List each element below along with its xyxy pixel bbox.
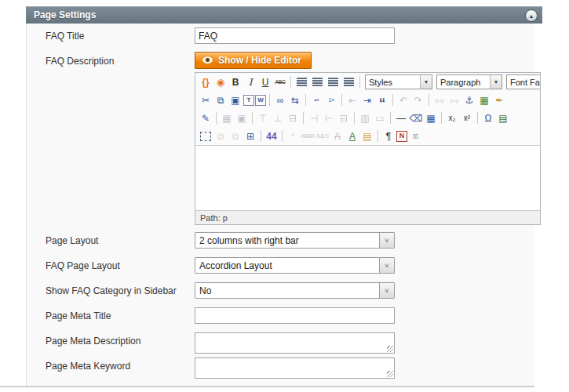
toolbar-separator [477, 112, 478, 124]
collapse-panel-button[interactable]: ▲ [525, 9, 538, 22]
page-meta-keyword-label: Page Meta Keyword [46, 361, 130, 372]
strikethrough-icon[interactable]: ABC [273, 75, 287, 89]
resize-grip-icon[interactable] [387, 346, 393, 352]
toolbar-separator [261, 130, 261, 142]
copy-icon[interactable]: ⧉ [213, 93, 228, 107]
chevron-down-icon: ˅ [379, 233, 394, 248]
outdent-icon: ⇤ [345, 93, 359, 107]
editor-toolbar-row-2: ✂⧉▣TW∞⇆•≡1≡⇤⇥“↶↷⧟⧟⚓▦✒ [195, 91, 540, 109]
subscript-icon[interactable]: x₂ [445, 111, 459, 125]
non-breaking-space-icon[interactable]: N [396, 131, 407, 142]
anchor-icon[interactable]: ⚓ [462, 93, 476, 107]
toolbar-separator [290, 76, 291, 88]
cleanup-code-icon[interactable]: ✒ [492, 93, 506, 107]
visual-guidelines-icon[interactable]: ▦ [424, 111, 438, 125]
insert-image-icon[interactable]: ▦ [477, 93, 491, 107]
panel-body: FAQ Title FAQ Description Show / Hide Ed… [26, 24, 534, 386]
find-replace-icon[interactable]: ⇆ [288, 93, 302, 107]
align-left-icon[interactable] [297, 78, 307, 86]
resize-grip-icon[interactable] [387, 371, 393, 377]
show-hide-editor-button[interactable]: Show / Hide Editor [195, 52, 312, 69]
editor-toolbar-row-4: ⧉⧉⊞44“”ABBRA.B.CAA▤¶N▯▯ [195, 127, 540, 145]
remove-formatting-icon[interactable]: ⌫ [409, 111, 423, 125]
bring-forward-icon: ⧉ [213, 129, 228, 143]
insert-row-after-icon: ⊥ [271, 111, 285, 125]
underline-icon[interactable]: U [258, 75, 272, 89]
insert-variable-icon[interactable]: ◉ [213, 75, 228, 89]
chevron-down-icon: ▾ [420, 75, 432, 89]
paste-from-word-icon[interactable]: W [255, 95, 266, 106]
panel-title: Page Settings [26, 7, 96, 24]
send-backward-icon: ⧉ [228, 129, 243, 143]
inserted-text-icon[interactable]: A [345, 129, 359, 143]
cut-icon[interactable]: ✂ [199, 93, 213, 107]
page-layout-label: Page Layout [46, 235, 98, 246]
italic-icon[interactable]: I [243, 75, 257, 89]
style-properties-icon[interactable]: 44 [264, 129, 279, 143]
toolbar-separator [441, 112, 442, 124]
indent-icon[interactable]: ⇥ [360, 93, 374, 107]
paragraph-select[interactable]: Paragraph▾ [436, 74, 502, 89]
blockquote-icon[interactable]: “ [375, 91, 389, 109]
chevron-up-icon: ▲ [529, 13, 534, 19]
faq-description-label: FAQ Description [46, 56, 114, 67]
bold-icon[interactable]: B [228, 75, 243, 89]
numbered-list-icon[interactable]: 1≡ [324, 93, 338, 107]
split-cells-icon: ▥ [358, 111, 372, 125]
toolbar-separator [282, 130, 283, 142]
insert-media-icon[interactable]: ▤ [496, 111, 510, 125]
find-icon[interactable]: ∞ [273, 93, 287, 107]
styles-select-label: Styles [366, 78, 420, 87]
horizontal-rule-icon[interactable]: — [394, 111, 408, 125]
superscript-icon[interactable]: x² [460, 111, 474, 125]
page-layout-value: 2 columns with right bar [195, 235, 379, 246]
insert-table-icon: ▦ [220, 111, 234, 125]
paste-icon[interactable]: ▣ [228, 93, 243, 107]
delete-column-icon: ⊟ [337, 111, 351, 125]
page-meta-keyword-wrap [195, 358, 395, 379]
toolbar-separator [392, 94, 393, 106]
toolbar-separator [216, 112, 217, 124]
toolbar-separator [341, 94, 342, 106]
remove-link-icon: ⧟ [447, 93, 461, 107]
bullet-list-icon[interactable]: •≡ [309, 93, 323, 107]
page-meta-title-input[interactable] [195, 307, 395, 324]
page-break-icon[interactable]: ▯▯ [408, 129, 422, 143]
wysiwyg-editor: {}◉BIUABCStyles▾Paragraph▾Font Fam ✂⧉▣TW… [195, 72, 541, 225]
insert-attributes-icon[interactable]: ▤ [360, 129, 374, 143]
align-right-icon[interactable] [328, 78, 338, 86]
toolbar-separator [269, 94, 270, 106]
toolbar-separator [252, 112, 253, 124]
styles-select[interactable]: Styles▾ [365, 74, 432, 89]
toolbar-separator [359, 76, 360, 88]
page-meta-keyword-textarea[interactable] [195, 358, 395, 379]
insert-widget-icon[interactable]: {} [199, 75, 213, 89]
paste-as-text-icon[interactable]: T [243, 95, 254, 106]
fontfamily-select[interactable]: Font Fam [506, 74, 540, 89]
panel-header: Page Settings ▲ [26, 6, 542, 24]
align-center-icon[interactable] [312, 78, 323, 86]
visual-characters-icon[interactable]: ¶ [381, 129, 396, 143]
merge-cells-icon: ▭ [373, 111, 387, 125]
absolute-position-icon[interactable]: ⊞ [243, 129, 257, 143]
edit-html-source-icon[interactable]: ✎ [199, 111, 213, 125]
faq-page-layout-label: FAQ Page Layout [46, 260, 120, 271]
align-justify-icon[interactable] [344, 78, 354, 86]
special-character-icon[interactable]: Ω [481, 111, 495, 125]
toolbar-separator [429, 94, 429, 106]
paragraph-select-label: Paragraph [437, 78, 490, 87]
table-properties-icon: ▣ [235, 111, 249, 125]
page-meta-description-textarea[interactable] [195, 332, 395, 354]
editor-toolbar-row-1: {}◉BIUABCStyles▾Paragraph▾Font Fam [195, 73, 540, 91]
page-layout-select[interactable]: 2 columns with right bar ˅ [195, 232, 395, 249]
faq-title-input[interactable] [195, 27, 395, 44]
deleted-text-icon: A [330, 129, 345, 143]
toolbar-separator [305, 94, 306, 106]
insert-row-before-icon: ⊤ [256, 111, 270, 125]
faq-page-layout-select[interactable]: Accordion Layout ˅ [195, 257, 395, 274]
editor-content-area[interactable] [195, 145, 540, 211]
insert-layer-icon[interactable] [200, 132, 211, 141]
show-faq-category-value: No [195, 285, 379, 296]
editor-path-label: Path: p [200, 213, 228, 223]
show-faq-category-select[interactable]: No ˅ [195, 282, 395, 299]
